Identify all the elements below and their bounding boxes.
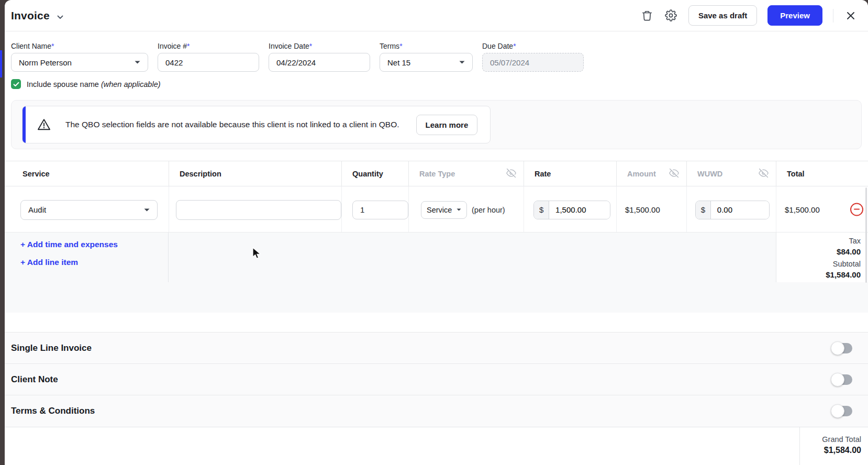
section-terms-conditions: Terms & Conditions <box>5 395 868 427</box>
totals-summary: Tax $84.00 Subtotal $1,584.00 <box>776 233 868 282</box>
column-header-service: Service <box>5 161 169 186</box>
gear-icon <box>665 9 677 21</box>
chevron-down-icon <box>57 15 63 19</box>
due-date-label: Due Date* <box>482 42 584 50</box>
tax-value: $84.00 <box>776 246 861 257</box>
rate-input-group: $ <box>533 201 610 219</box>
hide-column-wuwd-button[interactable] <box>759 168 769 180</box>
currency-prefix: $ <box>696 201 711 219</box>
terms-label: Terms* <box>380 42 473 50</box>
eye-off-icon <box>506 168 516 178</box>
qbo-warning-banner: The QBO selection fields are not availab… <box>22 106 491 143</box>
terms-conditions-toggle[interactable] <box>832 406 852 416</box>
add-time-expenses-link[interactable]: + Add time and expenses <box>20 240 168 249</box>
chevron-down-icon <box>457 208 461 211</box>
invoice-form: Client Name* Norm Peterson Invoice #* In… <box>5 31 868 100</box>
wuwd-input-group: $ <box>695 201 770 219</box>
invoice-title: Invoice <box>11 9 50 22</box>
warning-icon <box>37 118 51 131</box>
grand-total-value: $1,584.00 <box>800 445 861 456</box>
remove-line-item-button[interactable] <box>850 203 863 216</box>
close-icon <box>846 11 855 20</box>
delete-invoice-button[interactable] <box>640 9 654 23</box>
invoice-type-dropdown[interactable] <box>57 12 63 21</box>
row-total-value: $1,500.00 <box>776 205 820 214</box>
client-note-toggle[interactable] <box>832 374 852 385</box>
background-accent-sliver <box>0 50 2 78</box>
include-spouse-checkbox[interactable] <box>11 79 21 89</box>
client-name-select[interactable]: Norm Peterson <box>11 53 148 72</box>
rate-input[interactable] <box>549 201 610 219</box>
section-client-note: Client Note <box>5 363 868 395</box>
column-header-description: Description <box>169 161 341 186</box>
line-items-header: Service Description Quantity Rate Type R… <box>5 161 868 186</box>
hide-column-amount-button[interactable] <box>669 168 679 180</box>
invoice-number-label: Invoice #* <box>158 42 259 50</box>
chevron-down-icon <box>135 61 140 64</box>
line-items-footer-area: + Add time and expenses + Add line item … <box>5 233 868 313</box>
spacer <box>5 313 868 332</box>
rate-type-unit-note: (per hour) <box>472 206 505 214</box>
modal-header: Invoice Save as draft Preview <box>5 0 868 31</box>
learn-more-button[interactable]: Learn more <box>416 115 478 135</box>
close-modal-button[interactable] <box>844 9 858 23</box>
invoice-number-input[interactable] <box>158 53 259 72</box>
qbo-banner-container: The QBO selection fields are not availab… <box>11 100 862 149</box>
invoice-modal: Invoice Save as draft Preview <box>5 0 868 465</box>
invoice-date-input[interactable] <box>269 53 370 72</box>
check-icon <box>13 82 19 87</box>
scrollbar-thumb[interactable] <box>865 187 867 283</box>
amount-value: $1,500.00 <box>617 205 660 214</box>
section-title: Terms & Conditions <box>11 406 95 416</box>
chevron-down-icon <box>459 61 465 64</box>
column-header-total: Total <box>776 161 868 186</box>
service-select[interactable]: Audit <box>20 200 158 220</box>
invoice-settings-button[interactable] <box>664 9 678 23</box>
terms-select[interactable]: Net 15 <box>380 53 473 72</box>
currency-prefix: $ <box>534 201 549 219</box>
column-header-quantity: Quantity <box>341 161 408 186</box>
section-title: Client Note <box>11 374 58 385</box>
include-spouse-label: Include spouse name (when applicable) <box>27 80 161 88</box>
hide-column-rate-type-button[interactable] <box>506 168 516 180</box>
description-input[interactable] <box>176 200 341 220</box>
invoice-date-label: Invoice Date* <box>269 42 370 50</box>
eye-off-icon <box>759 168 769 178</box>
due-date-input <box>482 53 584 72</box>
preview-button[interactable]: Preview <box>767 5 822 26</box>
column-header-rate-type: Rate Type <box>408 161 524 186</box>
rate-type-select[interactable]: Service <box>421 201 467 219</box>
column-header-wuwd: WUWD <box>686 161 776 186</box>
subtotal-label: Subtotal <box>776 259 861 269</box>
client-name-label: Client Name* <box>11 42 148 50</box>
modal-footer: Grand Total $1,584.00 <box>5 427 868 465</box>
chevron-down-icon <box>144 208 150 212</box>
single-line-invoice-toggle[interactable] <box>832 343 852 353</box>
grand-total-block: Grand Total $1,584.00 <box>799 427 868 465</box>
tax-label: Tax <box>776 236 861 246</box>
spacer <box>5 149 868 161</box>
save-as-draft-button[interactable]: Save as draft <box>688 5 757 26</box>
add-line-item-link[interactable]: + Add line item <box>20 258 168 267</box>
wuwd-input[interactable] <box>711 201 769 219</box>
subtotal-value: $1,584.00 <box>776 269 861 280</box>
banner-message: The QBO selection fields are not availab… <box>65 120 399 129</box>
grand-total-label: Grand Total <box>800 434 861 445</box>
section-single-line-invoice: Single Line Invoice <box>5 332 868 363</box>
header-divider <box>833 9 833 23</box>
section-title: Single Line Invoice <box>11 343 92 353</box>
quantity-input[interactable] <box>352 201 408 219</box>
trash-icon <box>641 10 653 21</box>
column-header-rate: Rate <box>524 161 616 186</box>
column-header-amount: Amount <box>616 161 686 186</box>
line-item-row: Audit Service (per hour) $ $1,500.00 <box>5 186 868 233</box>
minus-icon <box>854 208 860 210</box>
eye-off-icon <box>669 168 679 178</box>
